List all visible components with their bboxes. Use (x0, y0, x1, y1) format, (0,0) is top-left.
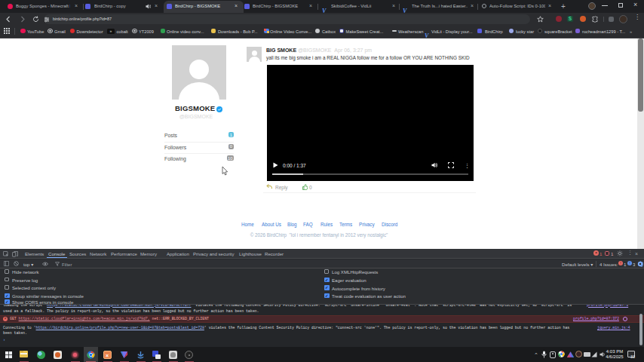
svg-text:V: V (425, 32, 429, 38)
